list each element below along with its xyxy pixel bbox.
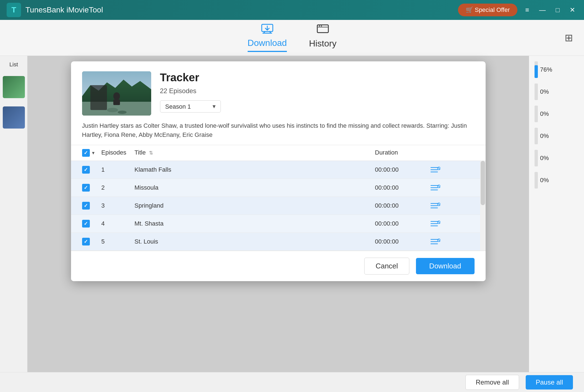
row-3-check[interactable]	[82, 202, 101, 210]
progress-item-2: 0%	[535, 83, 578, 100]
scrollbar-track[interactable]	[480, 161, 486, 251]
close-button[interactable]: ✕	[567, 5, 577, 15]
app-logo: T	[7, 3, 21, 17]
history-icon	[317, 24, 329, 37]
progress-item-3: 0%	[535, 106, 578, 122]
row-5-title: St. Louis	[135, 238, 375, 245]
row-3-checkbox[interactable]	[82, 202, 90, 210]
header-actions	[430, 149, 475, 157]
select-all-chevron: ▾	[92, 150, 95, 156]
settings-icon-4[interactable]	[430, 220, 475, 227]
sidebar-thumb-2[interactable]	[3, 106, 25, 129]
row-2-settings[interactable]	[430, 184, 475, 191]
show-episodes-count: 22 Episodes	[160, 87, 475, 95]
table-row: 2 Missoula 00:00:00	[71, 179, 486, 197]
svg-line-15	[438, 168, 440, 169]
row-4-checkbox[interactable]	[82, 220, 90, 228]
episodes-table: ▾ Episodes Title ⇅ Duration	[71, 145, 486, 251]
header-check: ▾	[82, 149, 101, 157]
progress-item-1: 76%	[535, 61, 578, 78]
select-all-checkbox[interactable]	[82, 149, 90, 157]
sidebar: List	[0, 56, 28, 372]
scrollbar-thumb[interactable]	[481, 161, 485, 205]
modal-dialog: Tracker 22 Episodes Season 1 Season 2 ▾ …	[71, 61, 486, 281]
progress-bar-5	[535, 150, 538, 166]
row-2-check[interactable]	[82, 184, 101, 192]
show-title: Tracker	[160, 71, 475, 84]
progress-fill-1	[535, 65, 538, 78]
row-5-duration: 00:00:00	[375, 238, 430, 245]
progress-item-6: 0%	[535, 172, 578, 189]
settings-icon-5[interactable]	[430, 238, 475, 245]
row-1-duration: 00:00:00	[375, 166, 430, 173]
row-3-duration: 00:00:00	[375, 202, 430, 209]
show-description: Justin Hartley stars as Colter Shaw, a t…	[71, 121, 486, 145]
header-duration: Duration	[375, 149, 430, 157]
table-scroll-area: 1 Klamath Falls 00:00:00	[71, 161, 486, 251]
row-3-title: Springland	[135, 202, 375, 209]
row-4-title: Mt. Shasta	[135, 220, 375, 227]
progress-bar-6	[535, 172, 538, 189]
settings-icon[interactable]	[430, 166, 475, 173]
row-1-check[interactable]	[82, 166, 101, 174]
row-1-settings[interactable]	[430, 166, 475, 173]
chevron-down-icon: ▾	[213, 103, 216, 110]
pause-all-button[interactable]: Pause all	[526, 375, 573, 390]
table-row: 3 Springland 00:00:00	[71, 197, 486, 215]
progress-pct-5: 0%	[540, 155, 549, 162]
modal-header: Tracker 22 Episodes Season 1 Season 2 ▾	[71, 61, 486, 121]
show-info: Tracker 22 Episodes Season 1 Season 2 ▾	[160, 71, 475, 116]
header-title: Title ⇅	[135, 149, 375, 157]
row-4-check[interactable]	[82, 220, 101, 228]
download-button[interactable]: Download	[416, 258, 475, 274]
svg-line-35	[438, 239, 440, 241]
progress-bar-2	[535, 83, 538, 100]
row-4-ep: 4	[101, 220, 135, 227]
progress-pct-4: 0%	[540, 132, 549, 140]
tab-download-label: Download	[248, 38, 287, 48]
svg-rect-8	[113, 100, 120, 105]
sidebar-thumb-1[interactable]	[3, 76, 25, 98]
settings-icon-2[interactable]	[430, 184, 475, 191]
progress-pct-3: 0%	[540, 110, 549, 117]
minimize-button[interactable]: —	[537, 5, 548, 15]
modal-overlay: Tracker 22 Episodes Season 1 Season 2 ▾ …	[28, 56, 529, 372]
settings-icon-3[interactable]	[430, 202, 475, 209]
window-controls: ≡ — □ ✕	[523, 5, 577, 15]
row-5-checkbox[interactable]	[82, 238, 90, 245]
row-5-check[interactable]	[82, 238, 101, 245]
download-icon	[261, 24, 273, 36]
remove-all-button[interactable]: Remove all	[465, 375, 519, 390]
svg-line-30	[438, 221, 440, 223]
bottom-bar: Remove all Pause all	[0, 372, 584, 392]
grid-view-button[interactable]: ⊞	[565, 32, 573, 44]
svg-point-7	[113, 92, 120, 100]
svg-line-25	[438, 203, 440, 205]
header-episodes: Episodes	[101, 149, 135, 157]
row-3-settings[interactable]	[430, 202, 475, 209]
row-4-settings[interactable]	[430, 220, 475, 227]
menu-button[interactable]: ≡	[523, 5, 531, 15]
row-1-ep: 1	[101, 166, 135, 173]
season-selector[interactable]: Season 1 Season 2 ▾	[160, 100, 221, 113]
row-2-ep: 2	[101, 184, 135, 191]
svg-line-20	[438, 185, 440, 187]
progress-item-5: 0%	[535, 150, 578, 166]
row-3-ep: 3	[101, 202, 135, 209]
season-dropdown[interactable]: Season 1 Season 2	[165, 103, 210, 110]
maximize-button[interactable]: □	[554, 5, 562, 15]
tab-download[interactable]: Download	[248, 24, 287, 52]
right-panel: 76% 0% 0% 0%	[529, 56, 584, 372]
row-1-checkbox[interactable]	[82, 166, 90, 174]
titlebar-right: 🛒 Special Offer ≡ — □ ✕	[458, 4, 577, 16]
row-5-settings[interactable]	[430, 238, 475, 245]
cancel-button[interactable]: Cancel	[364, 258, 409, 275]
progress-pct-6: 0%	[540, 177, 549, 184]
tab-history[interactable]: History	[309, 24, 337, 51]
progress-bar-4	[535, 128, 538, 144]
row-4-duration: 00:00:00	[375, 220, 430, 227]
toolbar: Download History ⊞	[0, 20, 584, 56]
sort-icon: ⇅	[149, 150, 153, 156]
row-2-checkbox[interactable]	[82, 184, 90, 192]
special-offer-button[interactable]: 🛒 Special Offer	[458, 4, 518, 16]
